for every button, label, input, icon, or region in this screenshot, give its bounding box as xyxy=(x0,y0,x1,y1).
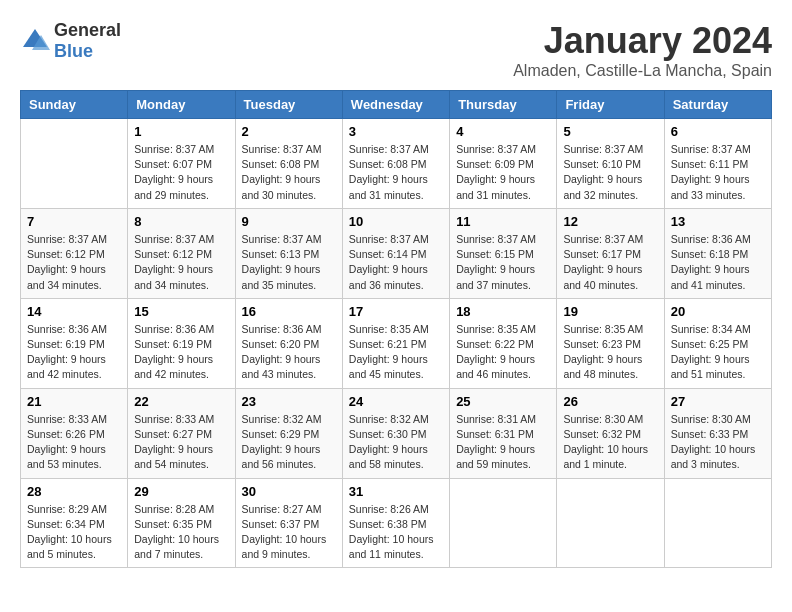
day-cell-13: 13 Sunrise: 8:36 AMSunset: 6:18 PMDaylig… xyxy=(664,208,771,298)
day-cell-30: 30 Sunrise: 8:27 AMSunset: 6:37 PMDaylig… xyxy=(235,478,342,568)
day-cell-12: 12 Sunrise: 8:37 AMSunset: 6:17 PMDaylig… xyxy=(557,208,664,298)
day-cell-16: 16 Sunrise: 8:36 AMSunset: 6:20 PMDaylig… xyxy=(235,298,342,388)
day-cell-22: 22 Sunrise: 8:33 AMSunset: 6:27 PMDaylig… xyxy=(128,388,235,478)
empty-cell xyxy=(21,119,128,209)
day-cell-26: 26 Sunrise: 8:30 AMSunset: 6:32 PMDaylig… xyxy=(557,388,664,478)
logo-blue-text: Blue xyxy=(54,41,93,61)
day-cell-29: 29 Sunrise: 8:28 AMSunset: 6:35 PMDaylig… xyxy=(128,478,235,568)
table-row: 7 Sunrise: 8:37 AMSunset: 6:12 PMDayligh… xyxy=(21,208,772,298)
day-cell-27: 27 Sunrise: 8:30 AMSunset: 6:33 PMDaylig… xyxy=(664,388,771,478)
empty-cell xyxy=(557,478,664,568)
page-header: General Blue January 2024 Almaden, Casti… xyxy=(20,20,772,80)
day-cell-14: 14 Sunrise: 8:36 AMSunset: 6:19 PMDaylig… xyxy=(21,298,128,388)
day-cell-17: 17 Sunrise: 8:35 AMSunset: 6:21 PMDaylig… xyxy=(342,298,449,388)
day-cell-25: 25 Sunrise: 8:31 AMSunset: 6:31 PMDaylig… xyxy=(450,388,557,478)
day-cell-9: 9 Sunrise: 8:37 AMSunset: 6:13 PMDayligh… xyxy=(235,208,342,298)
month-title: January 2024 xyxy=(513,20,772,62)
header-friday: Friday xyxy=(557,91,664,119)
logo: General Blue xyxy=(20,20,121,62)
day-cell-19: 19 Sunrise: 8:35 AMSunset: 6:23 PMDaylig… xyxy=(557,298,664,388)
table-row: 1 Sunrise: 8:37 AMSunset: 6:07 PMDayligh… xyxy=(21,119,772,209)
day-cell-7: 7 Sunrise: 8:37 AMSunset: 6:12 PMDayligh… xyxy=(21,208,128,298)
day-cell-15: 15 Sunrise: 8:36 AMSunset: 6:19 PMDaylig… xyxy=(128,298,235,388)
day-cell-3: 3 Sunrise: 8:37 AMSunset: 6:08 PMDayligh… xyxy=(342,119,449,209)
empty-cell xyxy=(450,478,557,568)
header-sunday: Sunday xyxy=(21,91,128,119)
day-cell-2: 2 Sunrise: 8:37 AMSunset: 6:08 PMDayligh… xyxy=(235,119,342,209)
day-cell-23: 23 Sunrise: 8:32 AMSunset: 6:29 PMDaylig… xyxy=(235,388,342,478)
table-row: 14 Sunrise: 8:36 AMSunset: 6:19 PMDaylig… xyxy=(21,298,772,388)
table-row: 21 Sunrise: 8:33 AMSunset: 6:26 PMDaylig… xyxy=(21,388,772,478)
header-saturday: Saturday xyxy=(664,91,771,119)
header-wednesday: Wednesday xyxy=(342,91,449,119)
day-cell-20: 20 Sunrise: 8:34 AMSunset: 6:25 PMDaylig… xyxy=(664,298,771,388)
header-thursday: Thursday xyxy=(450,91,557,119)
weekday-header-row: Sunday Monday Tuesday Wednesday Thursday… xyxy=(21,91,772,119)
empty-cell xyxy=(664,478,771,568)
calendar-table: Sunday Monday Tuesday Wednesday Thursday… xyxy=(20,90,772,568)
day-cell-1: 1 Sunrise: 8:37 AMSunset: 6:07 PMDayligh… xyxy=(128,119,235,209)
table-row: 28 Sunrise: 8:29 AMSunset: 6:34 PMDaylig… xyxy=(21,478,772,568)
logo-icon xyxy=(20,26,50,56)
day-cell-5: 5 Sunrise: 8:37 AMSunset: 6:10 PMDayligh… xyxy=(557,119,664,209)
day-cell-21: 21 Sunrise: 8:33 AMSunset: 6:26 PMDaylig… xyxy=(21,388,128,478)
day-cell-10: 10 Sunrise: 8:37 AMSunset: 6:14 PMDaylig… xyxy=(342,208,449,298)
day-cell-6: 6 Sunrise: 8:37 AMSunset: 6:11 PMDayligh… xyxy=(664,119,771,209)
day-cell-11: 11 Sunrise: 8:37 AMSunset: 6:15 PMDaylig… xyxy=(450,208,557,298)
header-tuesday: Tuesday xyxy=(235,91,342,119)
day-cell-8: 8 Sunrise: 8:37 AMSunset: 6:12 PMDayligh… xyxy=(128,208,235,298)
header-monday: Monday xyxy=(128,91,235,119)
day-cell-31: 31 Sunrise: 8:26 AMSunset: 6:38 PMDaylig… xyxy=(342,478,449,568)
day-cell-18: 18 Sunrise: 8:35 AMSunset: 6:22 PMDaylig… xyxy=(450,298,557,388)
day-cell-4: 4 Sunrise: 8:37 AMSunset: 6:09 PMDayligh… xyxy=(450,119,557,209)
day-cell-24: 24 Sunrise: 8:32 AMSunset: 6:30 PMDaylig… xyxy=(342,388,449,478)
title-area: January 2024 Almaden, Castille-La Mancha… xyxy=(513,20,772,80)
day-cell-28: 28 Sunrise: 8:29 AMSunset: 6:34 PMDaylig… xyxy=(21,478,128,568)
logo-general-text: General xyxy=(54,20,121,40)
location-title: Almaden, Castille-La Mancha, Spain xyxy=(513,62,772,80)
